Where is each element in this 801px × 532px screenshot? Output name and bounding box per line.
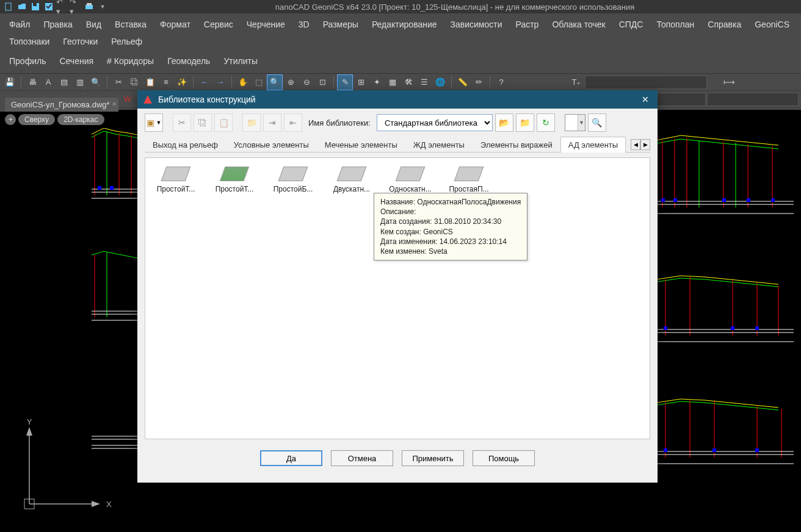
- save-lib-icon[interactable]: 📁: [516, 113, 534, 132]
- zoom-all-icon[interactable]: ⊡: [315, 75, 330, 90]
- yes-button[interactable]: Да: [260, 450, 322, 466]
- menu-item[interactable]: Черчение: [240, 16, 292, 33]
- print-icon[interactable]: 🖶: [25, 75, 40, 90]
- back-icon[interactable]: ←: [197, 75, 212, 90]
- close-icon[interactable]: ✕: [638, 95, 653, 104]
- close-icon[interactable]: ✕: [112, 101, 117, 107]
- preview-icon[interactable]: 🔍: [588, 113, 606, 132]
- menu-item[interactable]: Облака точек: [545, 16, 612, 33]
- page-icon[interactable]: ▥: [73, 75, 87, 90]
- word-icon[interactable]: W: [120, 92, 135, 107]
- menu-item[interactable]: Геомодель: [161, 52, 217, 70]
- new-icon[interactable]: [2, 1, 15, 12]
- menu-item[interactable]: Профиль: [2, 52, 53, 70]
- library-item[interactable]: ПростойБ...: [271, 167, 315, 193]
- menu-item[interactable]: Справка: [701, 16, 748, 33]
- text-icon[interactable]: A: [41, 75, 56, 90]
- library-item[interactable]: ПростойТ...: [154, 167, 198, 193]
- view-badge-top[interactable]: Сверху: [18, 114, 55, 125]
- titlebar-dropdown-icon[interactable]: ▼: [96, 1, 109, 12]
- cancel-button[interactable]: Отмена: [331, 450, 393, 466]
- tools-icon[interactable]: 🛠: [401, 75, 416, 90]
- dialog-tab[interactable]: Условные элементы: [226, 137, 317, 153]
- library-item[interactable]: ПростойТ...: [212, 167, 256, 193]
- globe-icon[interactable]: 🌐: [433, 75, 448, 90]
- search-icon[interactable]: 🔍: [89, 75, 103, 90]
- menu-item[interactable]: Топознаки: [2, 33, 56, 50]
- zoom-window-icon[interactable]: 🔍: [267, 75, 282, 90]
- zoom-in-icon[interactable]: ⊕: [283, 75, 298, 90]
- redo-icon[interactable]: ↷ ▾: [70, 1, 82, 12]
- list-icon[interactable]: ☰: [417, 75, 432, 90]
- dialog-tab[interactable]: Выход на рельеф: [145, 137, 226, 153]
- import-icon[interactable]: ⇥: [263, 113, 281, 132]
- doc-icon[interactable]: ▤: [57, 75, 71, 90]
- refresh-icon[interactable]: ↻: [537, 113, 555, 132]
- undo-icon[interactable]: ↶ ▾: [56, 1, 68, 12]
- document-tab[interactable]: GeoniCS-ул_Громова.dwg* ✕: [5, 98, 118, 112]
- library-item[interactable]: Двускатн...: [330, 167, 374, 193]
- forward-icon[interactable]: →: [213, 75, 228, 90]
- help-button[interactable]: Помощь: [473, 450, 535, 466]
- apply-button[interactable]: Применить: [402, 450, 464, 466]
- save-icon[interactable]: 💾: [2, 75, 17, 90]
- print-icon[interactable]: [83, 1, 95, 12]
- open-lib-icon[interactable]: 📂: [495, 113, 513, 132]
- menu-item[interactable]: Формат: [153, 16, 197, 33]
- add-view-button[interactable]: +: [5, 114, 16, 125]
- grid-icon[interactable]: ⊞: [353, 75, 368, 90]
- pan-icon[interactable]: ✋: [236, 75, 250, 90]
- new-folder-icon[interactable]: 📁: [242, 113, 261, 132]
- dialog-tab[interactable]: ЖД элементы: [405, 137, 473, 153]
- edit-icon[interactable]: ✎: [338, 75, 352, 90]
- dialog-tab[interactable]: АД элементы: [560, 137, 626, 153]
- export-icon[interactable]: ⇤: [284, 113, 302, 132]
- menu-item[interactable]: Зависимости: [444, 16, 509, 33]
- menu-item[interactable]: Рельеф: [104, 33, 149, 50]
- text-style-input[interactable]: [585, 76, 707, 89]
- menu-item[interactable]: GeoniCS: [748, 16, 796, 33]
- menu-item[interactable]: Вставка: [108, 16, 153, 33]
- menu-item[interactable]: Сервис: [197, 16, 240, 33]
- library-select[interactable]: Стандартная библиотека: [377, 114, 493, 131]
- save-icon[interactable]: [29, 1, 42, 12]
- library-item[interactable]: ПростаяП...: [447, 167, 491, 193]
- menu-item[interactable]: Геоточки: [56, 33, 104, 50]
- menu-item[interactable]: Редактирование: [365, 16, 444, 33]
- paste-icon[interactable]: 📋: [143, 75, 158, 90]
- cut-icon[interactable]: ✂: [173, 113, 191, 132]
- menu-item[interactable]: 3D: [292, 16, 316, 33]
- saveall-icon[interactable]: [43, 1, 55, 12]
- draw-icon[interactable]: ✏: [471, 75, 486, 90]
- copy-icon[interactable]: ⿻: [194, 113, 212, 132]
- copy-icon[interactable]: ⿻: [127, 75, 142, 90]
- dialog-titlebar[interactable]: Библиотека конструкций ✕: [137, 90, 658, 109]
- menu-item[interactable]: Правка: [37, 16, 79, 33]
- zoom-out-icon[interactable]: ⊖: [299, 75, 314, 90]
- wand-icon[interactable]: ✨: [175, 75, 189, 90]
- filter-select[interactable]: ▼: [565, 114, 585, 131]
- zoom-extents-icon[interactable]: ⬚: [252, 75, 266, 90]
- menu-item[interactable]: СПДС: [612, 16, 650, 33]
- menu-item[interactable]: Растр: [509, 16, 546, 33]
- help-icon[interactable]: ?: [494, 75, 509, 90]
- menu-item[interactable]: Размеры: [316, 16, 365, 33]
- text-style-icon[interactable]: T₊: [569, 75, 584, 90]
- tab-scroll-left[interactable]: ◀: [631, 139, 640, 150]
- dialog-tab[interactable]: Меченые элементы: [317, 137, 405, 153]
- dialog-tab[interactable]: Элементы виражей: [473, 137, 560, 153]
- measure-icon[interactable]: 📏: [455, 75, 470, 90]
- tab-scroll-right[interactable]: ▶: [640, 139, 650, 150]
- library-item[interactable]: Односкатн...: [388, 167, 432, 193]
- cut-icon[interactable]: ✂: [111, 75, 126, 90]
- menu-item[interactable]: # Коридоры: [100, 52, 161, 70]
- dim-style-icon[interactable]: ⟼: [722, 75, 736, 90]
- view-badge-wireframe[interactable]: 2D-каркас: [57, 114, 104, 125]
- open-icon[interactable]: [16, 1, 28, 12]
- menu-item[interactable]: Топоплан: [650, 16, 701, 33]
- snap-icon[interactable]: ✦: [369, 75, 384, 90]
- menu-item[interactable]: Вид: [79, 16, 108, 33]
- menu-item[interactable]: Сечения: [53, 52, 100, 70]
- view-mode-button[interactable]: ▣▼: [145, 113, 163, 132]
- paste-icon[interactable]: 📋: [214, 113, 233, 132]
